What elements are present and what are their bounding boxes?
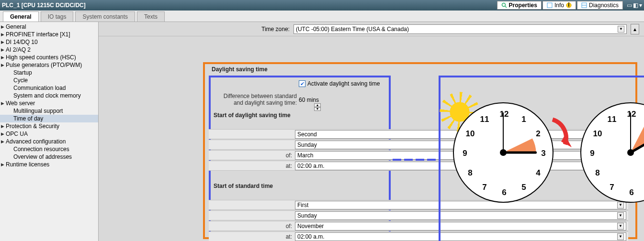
properties-button[interactable]: Properties (497, 1, 542, 10)
clock-fall-back: 121234567891011 (580, 102, 644, 203)
sidebar-item[interactable]: ▶General (0, 23, 98, 31)
sidebar-item[interactable]: Cycle (0, 77, 98, 84)
sidebar-item[interactable]: ▶OPC UA (0, 130, 98, 138)
section-title: Daylight saving time (209, 65, 271, 74)
nav-sidebar[interactable]: ▶General▶PROFINET interface [X1]▶DI 14/D… (0, 22, 99, 241)
sidebar-item[interactable]: ▶DI 14/DQ 10 (0, 38, 98, 46)
svg-point-0 (502, 3, 505, 7)
chevron-down-icon: ▼ (618, 26, 624, 33)
sidebar-item[interactable]: ▶Protection & Security (0, 122, 98, 130)
window-title: PLC_1 [CPU 1215C DC/DC/DC] (2, 2, 86, 9)
clock-spring-forward: 121234567891011 (453, 102, 554, 203)
dst-offset-input[interactable]: 60 mins ▲▼ (299, 97, 321, 111)
sidebar-item[interactable]: Startup (0, 69, 98, 77)
svg-text:i: i (568, 2, 569, 8)
svg-line-1 (505, 6, 507, 8)
start-std-title: Start of standard time (214, 183, 273, 189)
svg-rect-2 (547, 3, 552, 8)
timezone-label: Time zone: (261, 26, 290, 33)
sidebar-item[interactable]: Connection resources (0, 145, 98, 153)
sidebar-item[interactable]: ▶Advanced configuration (0, 138, 98, 145)
connector-line (393, 159, 439, 161)
sidebar-item[interactable]: ▶AI 2/AQ 2 (0, 46, 98, 54)
main-panel: Time zone: (UTC -05:00) Eastern Time (US… (99, 22, 644, 241)
sidebar-item[interactable]: ▶High speed counters (HSC) (0, 54, 98, 61)
diagnostics-button[interactable]: Diagnostics (577, 1, 623, 10)
sidebar-item[interactable]: ▶Runtime licenses (0, 161, 98, 168)
sidebar-item[interactable]: Time of day (0, 115, 98, 122)
timezone-row: Time zone: (UTC -05:00) Eastern Time (US… (99, 22, 644, 36)
sidebar-item[interactable]: ▶Pulse generators (PTO/PWM) (0, 61, 98, 69)
sidebar-item[interactable]: Multilingual support (0, 107, 98, 115)
window-control-icons[interactable]: ▭◧▾ (627, 2, 642, 9)
tab-bar: General IO tags System constants Texts (0, 11, 644, 22)
sidebar-item[interactable]: Communication load (0, 84, 98, 92)
scroll-up-button[interactable]: ▴ (631, 24, 639, 34)
tab-texts[interactable]: Texts (137, 11, 165, 22)
timezone-select[interactable]: (UTC -05:00) Eastern Time (USA & Canada)… (294, 24, 627, 34)
tab-system-constants[interactable]: System constants (75, 11, 135, 22)
tab-io-tags[interactable]: IO tags (41, 11, 74, 22)
start-dst-title: Start of daylight saving time (214, 112, 291, 119)
clock-illustration-frame: ❄ 121234567891011 (439, 76, 644, 241)
activate-dst-checkbox[interactable]: ✔ (299, 80, 305, 87)
sidebar-item[interactable]: ▶PROFINET interface [X1] (0, 31, 98, 38)
info-button[interactable]: Info i (542, 1, 576, 10)
dst-section-frame: Daylight saving time ✔ Activate daylight… (203, 62, 637, 239)
forward-arrow-icon (548, 116, 576, 149)
dst-settings-frame: ✔ Activate daylight saving time Differen… (209, 76, 391, 241)
sidebar-item[interactable]: ▶Web server (0, 99, 98, 107)
window-titlebar: PLC_1 [CPU 1215C DC/DC/DC] Properties In… (0, 0, 644, 11)
sidebar-item[interactable]: Overview of addresses (0, 153, 98, 161)
activate-dst-row: ✔ Activate daylight saving time (299, 80, 380, 87)
sidebar-item[interactable]: System and clock memory (0, 92, 98, 99)
tab-general[interactable]: General (3, 11, 39, 22)
